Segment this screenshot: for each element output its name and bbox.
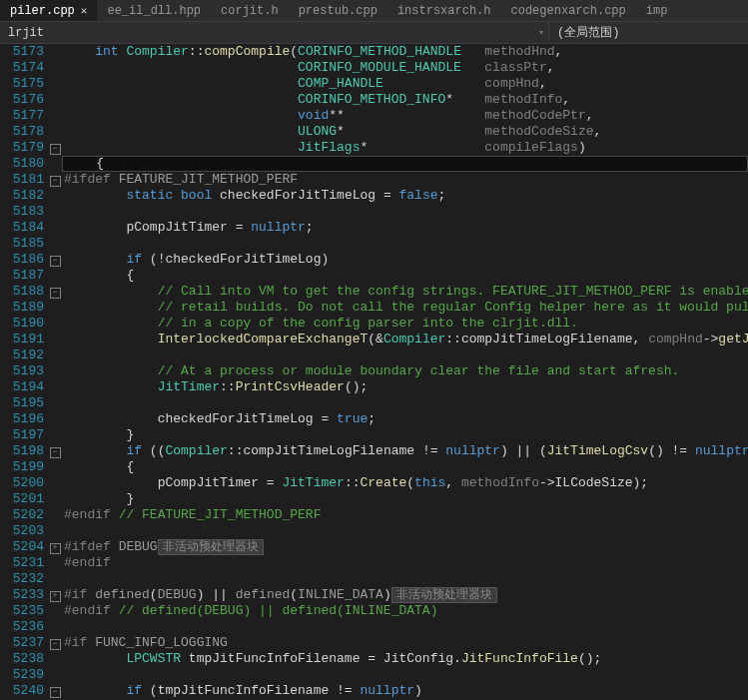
line-number: 5178: [0, 124, 44, 140]
code-line[interactable]: {: [62, 268, 748, 284]
fold-collapse-icon[interactable]: −: [50, 447, 61, 458]
line-number: 5196: [0, 411, 44, 427]
fold-expand-icon[interactable]: +: [50, 591, 61, 602]
code-line[interactable]: if (!checkedForJitTimeLog): [62, 252, 748, 268]
line-number: 5185: [0, 236, 44, 252]
code-line[interactable]: static bool checkedForJitTimeLog = false…: [62, 188, 748, 204]
code-line[interactable]: ULONG* methodCodeSize,: [62, 124, 748, 140]
code-line[interactable]: CORINFO_MODULE_HANDLE classPtr,: [62, 60, 748, 76]
line-number: 5202: [0, 507, 44, 523]
tab[interactable]: imp: [636, 0, 678, 21]
code-line[interactable]: [62, 523, 748, 539]
code-line[interactable]: pCompJitTimer = nullptr;: [62, 220, 748, 236]
code-line[interactable]: #endif // FEATURE_JIT_METHOD_PERF: [62, 507, 748, 523]
line-number: 5173: [0, 44, 44, 60]
line-number: 5187: [0, 268, 44, 284]
fold-collapse-icon[interactable]: −: [50, 256, 61, 267]
line-number: 5182: [0, 188, 44, 204]
line-number: 5180: [0, 156, 44, 172]
code-line[interactable]: JitTimer::PrintCsvHeader();: [62, 379, 748, 395]
nav-scope-left[interactable]: lrjit: [0, 24, 52, 42]
nav-scope-right[interactable]: (全局范围): [548, 22, 748, 43]
line-numbers: 5173517451755176517751785179518051815182…: [0, 44, 48, 700]
code-line[interactable]: [62, 204, 748, 220]
fold-collapse-icon[interactable]: −: [50, 639, 61, 650]
code-line[interactable]: #endif: [62, 555, 748, 571]
nav-bar: lrjit ▾ (全局范围): [0, 22, 748, 44]
line-number: 5204: [0, 539, 44, 555]
line-number: 5184: [0, 220, 44, 236]
fold-collapse-icon[interactable]: −: [50, 176, 61, 187]
line-number: 5197: [0, 427, 44, 443]
code-line[interactable]: #if FUNC_INFO_LOGGING: [62, 635, 748, 651]
line-number: 5181: [0, 172, 44, 188]
tab[interactable]: codegenxarch.cpp: [501, 0, 636, 21]
close-icon[interactable]: ✕: [81, 4, 88, 17]
line-number: 5231: [0, 555, 44, 571]
inactive-preprocessor-badge: 非活动预处理器块: [391, 587, 497, 603]
line-number: 5198: [0, 443, 44, 459]
fold-collapse-icon[interactable]: −: [50, 288, 61, 299]
code-line[interactable]: void** methodCodePtr,: [62, 108, 748, 124]
fold-column: −−−−−++−−: [48, 44, 62, 700]
tab-bar: piler.cpp✕ee_il_dll.hppcorjit.hprestub.c…: [0, 0, 748, 22]
code-line[interactable]: if (tmpJitFuncInfoFilename != nullptr): [62, 683, 748, 699]
line-number: 5174: [0, 60, 44, 76]
line-number: 5195: [0, 395, 44, 411]
code-line[interactable]: #if defined(DEBUG) || defined(INLINE_DAT…: [62, 587, 748, 603]
code-line[interactable]: checkedForJitTimeLog = true;: [62, 411, 748, 427]
fold-expand-icon[interactable]: +: [50, 543, 61, 554]
code-line[interactable]: #ifdef DEBUG非活动预处理器块: [62, 539, 748, 555]
code-line[interactable]: [62, 667, 748, 683]
code-line[interactable]: {: [62, 459, 748, 475]
code-line[interactable]: JitFlags* compileFlags): [62, 140, 748, 156]
code-line[interactable]: [62, 619, 748, 635]
code-line[interactable]: [62, 348, 748, 363]
code-line[interactable]: }: [62, 491, 748, 507]
line-number: 5238: [0, 651, 44, 667]
code-line[interactable]: LPCWSTR tmpJitFuncInfoFilename = JitConf…: [62, 651, 748, 667]
tab[interactable]: piler.cpp✕: [0, 0, 97, 21]
chevron-down-icon[interactable]: ▾: [539, 27, 544, 38]
line-number: 5201: [0, 491, 44, 507]
line-number: 5190: [0, 316, 44, 332]
line-number: 5179: [0, 140, 44, 156]
code-line[interactable]: // retail builds. Do not call the regula…: [62, 300, 748, 316]
line-number: 5232: [0, 571, 44, 587]
code-line[interactable]: {: [62, 156, 748, 172]
code-line[interactable]: [62, 571, 748, 587]
code-line[interactable]: [62, 236, 748, 252]
code-editor[interactable]: 5173517451755176517751785179518051815182…: [0, 44, 748, 700]
code-line[interactable]: int Compiler::compCompile(CORINFO_METHOD…: [62, 44, 748, 60]
code-line[interactable]: InterlockedCompareExchangeT(&Compiler::c…: [62, 332, 748, 348]
code-line[interactable]: // in a copy of the config parser into t…: [62, 316, 748, 332]
line-number: 5186: [0, 252, 44, 268]
line-number: 5199: [0, 459, 44, 475]
code-line[interactable]: #ifdef FEATURE_JIT_METHOD_PERF: [62, 172, 748, 188]
code-line[interactable]: COMP_HANDLE compHnd,: [62, 76, 748, 92]
code-line[interactable]: pCompJitTimer = JitTimer::Create(this, m…: [62, 475, 748, 491]
code-area[interactable]: int Compiler::compCompile(CORINFO_METHOD…: [62, 44, 748, 700]
line-number: 5177: [0, 108, 44, 124]
code-line[interactable]: [62, 395, 748, 411]
tab[interactable]: corjit.h: [211, 0, 289, 21]
line-number: 5193: [0, 363, 44, 379]
line-number: 5233: [0, 587, 44, 603]
code-line[interactable]: }: [62, 427, 748, 443]
tab[interactable]: ee_il_dll.hpp: [97, 0, 211, 21]
fold-collapse-icon[interactable]: −: [50, 687, 61, 698]
code-line[interactable]: #endif // defined(DEBUG) || defined(INLI…: [62, 603, 748, 619]
line-number: 5240: [0, 683, 44, 699]
fold-collapse-icon[interactable]: −: [50, 144, 61, 155]
line-number: 5194: [0, 379, 44, 395]
line-number: 5188: [0, 284, 44, 300]
code-line[interactable]: // Call into VM to get the config string…: [62, 284, 748, 300]
line-number: 5236: [0, 619, 44, 635]
code-line[interactable]: CORINFO_METHOD_INFO* methodInfo,: [62, 92, 748, 108]
tab[interactable]: instrsxarch.h: [387, 0, 501, 21]
line-number: 5176: [0, 92, 44, 108]
code-line[interactable]: if ((Compiler::compJitTimeLogFilename !=…: [62, 443, 748, 459]
tab[interactable]: prestub.cpp: [289, 0, 387, 21]
code-line[interactable]: // At a process or module boundary clear…: [62, 363, 748, 379]
line-number: 5175: [0, 76, 44, 92]
